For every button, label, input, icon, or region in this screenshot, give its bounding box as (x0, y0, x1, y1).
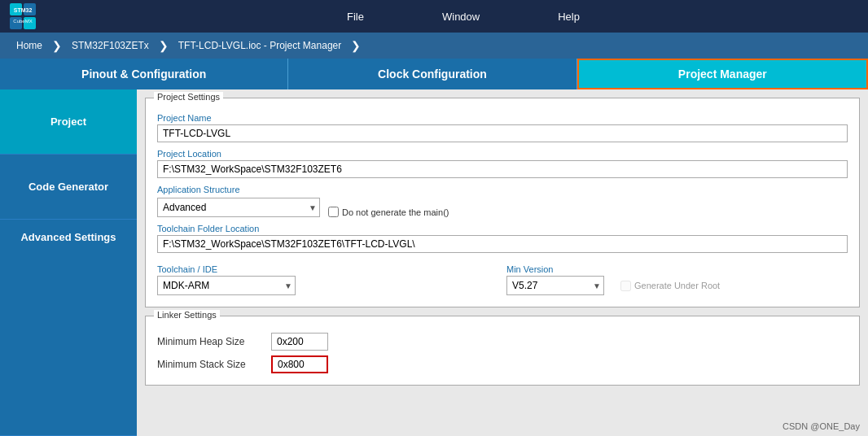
project-location-label: Project Location (157, 149, 848, 159)
sidebar: Project Code Generator Advanced Settings (0, 89, 137, 436)
min-stack-row: Minimum Stack Size (157, 355, 848, 373)
min-stack-label: Minimum Stack Size (157, 359, 263, 370)
svg-text:CubeMX: CubeMX (13, 19, 32, 24)
project-location-input[interactable] (157, 160, 848, 178)
min-version-select-wrap: V5.27 V5.36 ▼ (506, 276, 604, 295)
watermark: CSDN @ONE_Day (783, 421, 860, 431)
breadcrumb-arrow-2: ❯ (159, 39, 169, 52)
tab-pinout[interactable]: Pinout & Configuration (0, 59, 288, 89)
min-version-label: Min Version (506, 264, 848, 274)
menu-items: File Window Help (67, 7, 860, 26)
toolchain-ide-select[interactable]: MDK-ARM IAR SW4STM32 (157, 276, 296, 295)
app-structure-select-wrap: Advanced Basic ▼ (157, 198, 320, 217)
min-version-group: Min Version V5.27 V5.36 ▼ Generate Under… (506, 258, 848, 295)
content-panel: Project Settings Project Name Project Lo… (137, 89, 868, 436)
sidebar-item-project[interactable]: Project (0, 89, 137, 155)
tab-clock[interactable]: Clock Configuration (288, 59, 576, 89)
sidebar-item-advanced-settings[interactable]: Advanced Settings (0, 220, 137, 436)
project-settings-title: Project Settings (154, 92, 223, 102)
tab-project-manager[interactable]: Project Manager (577, 59, 868, 89)
toolchain-ide-select-wrap: MDK-ARM IAR SW4STM32 ▼ (157, 276, 296, 295)
toolchain-row: Toolchain / IDE MDK-ARM IAR SW4STM32 ▼ M… (157, 258, 848, 295)
linker-settings-title: Linker Settings (154, 310, 220, 320)
app-structure-label: Application Structure (157, 185, 848, 194)
toolchain-folder-label: Toolchain Folder Location (157, 224, 848, 233)
min-heap-input[interactable] (271, 333, 328, 351)
menu-file[interactable]: File (340, 7, 370, 26)
generate-under-root-checkbox (620, 281, 631, 291)
project-name-input[interactable] (157, 124, 848, 142)
breadcrumb-chip[interactable]: STM32F103ZETx (64, 40, 157, 51)
toolchain-folder-input[interactable] (157, 235, 848, 253)
breadcrumb-project[interactable]: TFT-LCD-LVGL.ioc - Project Manager (170, 40, 350, 51)
min-heap-label: Minimum Heap Size (157, 336, 263, 347)
menu-help[interactable]: Help (551, 7, 586, 26)
do-not-generate-main-label: Do not generate the main() (328, 207, 449, 217)
linker-settings-group: Linker Settings Minimum Heap Size Minimu… (145, 316, 860, 386)
min-version-select[interactable]: V5.27 V5.36 (506, 276, 604, 295)
logo-area: STM32 CubeMX (8, 2, 42, 31)
main-area: Project Code Generator Advanced Settings… (0, 89, 868, 436)
min-heap-row: Minimum Heap Size (157, 333, 848, 351)
sidebar-item-code-generator[interactable]: Code Generator (0, 155, 137, 220)
breadcrumb-home[interactable]: Home (8, 40, 50, 51)
app-structure-row: Advanced Basic ▼ Do not generate the mai… (157, 198, 848, 217)
toolchain-ide-label: Toolchain / IDE (157, 264, 498, 274)
toolchain-ide-group: Toolchain / IDE MDK-ARM IAR SW4STM32 ▼ (157, 258, 498, 295)
stm32-logo-icon: STM32 CubeMX (8, 2, 37, 31)
project-name-label: Project Name (157, 113, 848, 123)
breadcrumb-arrow-3: ❯ (351, 39, 361, 52)
app-structure-select[interactable]: Advanced Basic (157, 198, 320, 217)
project-settings-group: Project Settings Project Name Project Lo… (145, 98, 860, 307)
tab-bar: Pinout & Configuration Clock Configurati… (0, 59, 868, 89)
breadcrumb: Home ❯ STM32F103ZETx ❯ TFT-LCD-LVGL.ioc … (0, 33, 868, 59)
do-not-generate-main-checkbox[interactable] (328, 207, 339, 217)
generate-under-root-label: Generate Under Root (620, 281, 720, 291)
svg-text:STM32: STM32 (14, 7, 33, 13)
menu-window[interactable]: Window (436, 7, 486, 26)
menu-bar: STM32 CubeMX File Window Help (0, 0, 868, 33)
breadcrumb-arrow-1: ❯ (52, 39, 62, 52)
min-stack-input[interactable] (271, 355, 328, 373)
